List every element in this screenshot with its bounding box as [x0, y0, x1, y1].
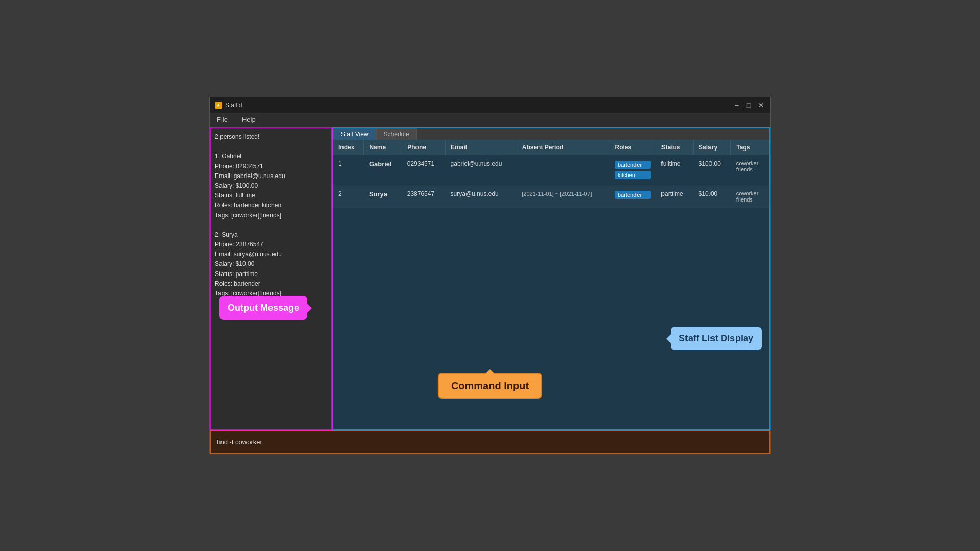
row2-name: Surya	[364, 185, 402, 208]
row2-salary: $10.00	[694, 185, 731, 208]
person-1-status: Status: fulltime	[215, 191, 327, 201]
role-badge-bartender2: bartender	[615, 191, 651, 199]
maximize-button[interactable]: □	[745, 101, 753, 109]
title-bar: ★ Staff'd − □ ✕	[210, 97, 770, 113]
row2-index: 2	[333, 185, 364, 208]
close-button[interactable]: ✕	[757, 101, 765, 109]
menu-bar: File Help	[210, 113, 770, 127]
command-area	[210, 430, 770, 454]
tab-staff-view[interactable]: Staff View	[333, 128, 376, 140]
minimize-button[interactable]: −	[732, 101, 741, 109]
person-2-phone: Phone: 23876547	[215, 240, 327, 249]
col-status: Status	[656, 140, 693, 155]
role-badge-bartender: bartender	[615, 161, 651, 169]
person-2-index: 2. Surya	[215, 230, 327, 240]
person-1-index: 1. Gabriel	[215, 152, 327, 161]
staff-list-callout: Staff List Display	[671, 327, 762, 350]
table-header-row: Index Name Phone Email Absent Period Rol…	[333, 140, 769, 155]
staff-table: Index Name Phone Email Absent Period Rol…	[333, 140, 769, 429]
person-2-roles: Roles: bartender	[215, 279, 327, 289]
tab-schedule[interactable]: Schedule	[376, 128, 417, 140]
col-phone: Phone	[402, 140, 446, 155]
staff-list-panel: Staff View Schedule Index Name Phone	[332, 127, 770, 430]
tag2-coworker: coworker	[736, 190, 764, 196]
row1-index: 1	[333, 155, 364, 185]
row1-tags: coworker friends	[731, 155, 769, 185]
col-salary: Salary	[694, 140, 731, 155]
person-1-email: Email: gabriel@u.nus.edu	[215, 171, 327, 181]
row2-phone: 23876547	[402, 185, 446, 208]
output-summary: 2 persons listed!	[215, 132, 327, 142]
person-2-status: Status: parttime	[215, 269, 327, 279]
app-icon: ★	[215, 102, 222, 109]
row2-tags: coworker friends	[731, 185, 769, 208]
output-panel: 2 persons listed! 1. Gabriel Phone: 0293…	[210, 127, 332, 430]
row2-absent: [2021-11-01] ~ [2021-11-07]	[517, 185, 609, 208]
tag2-friends: friends	[736, 196, 764, 203]
person-1-phone: Phone: 02934571	[215, 162, 327, 171]
col-name: Name	[364, 140, 402, 155]
table-row: 2 Surya 23876547 surya@u.nus.edu [2021-1…	[333, 185, 769, 208]
window-title: Staff'd	[225, 102, 242, 109]
output-message-callout: Output Message	[219, 296, 307, 320]
tab-bar: Staff View Schedule	[333, 128, 769, 140]
row1-name: Gabriel	[364, 155, 402, 185]
person-2-salary: Salary: $10.00	[215, 259, 327, 269]
row2-roles: bartender	[609, 185, 656, 208]
col-roles: Roles	[609, 140, 656, 155]
command-input[interactable]	[211, 431, 769, 453]
person-1-salary: Salary: $100.00	[215, 181, 327, 191]
role-badge-kitchen: kitchen	[615, 171, 651, 179]
row1-roles: bartender kitchen	[609, 155, 656, 185]
tag-coworker: coworker	[736, 160, 764, 166]
main-window: ★ Staff'd − □ ✕ File Help 2 persons list	[209, 97, 771, 454]
row1-absent	[517, 155, 609, 185]
title-bar-controls: − □ ✕	[732, 101, 765, 109]
table-row: 1 Gabriel 02934571 gabriel@u.nus.edu bar…	[333, 155, 769, 185]
menu-help[interactable]: Help	[239, 115, 259, 124]
row1-salary: $100.00	[694, 155, 731, 185]
col-email: Email	[446, 140, 517, 155]
col-absent: Absent Period	[517, 140, 609, 155]
title-bar-left: ★ Staff'd	[215, 102, 242, 109]
tag-friends: friends	[736, 166, 764, 172]
person-2-email: Email: surya@u.nus.edu	[215, 249, 327, 259]
row1-email: gabriel@u.nus.edu	[446, 155, 517, 185]
row1-phone: 02934571	[402, 155, 446, 185]
person-1-roles: Roles: bartender kitchen	[215, 201, 327, 210]
command-input-callout: Command Input	[438, 373, 542, 399]
person-1-tags: Tags: [coworker][friends]	[215, 211, 327, 220]
row2-email: surya@u.nus.edu	[446, 185, 517, 208]
menu-file[interactable]: File	[214, 115, 231, 124]
row2-status: parttime	[656, 185, 693, 208]
col-index: Index	[333, 140, 364, 155]
col-tags: Tags	[731, 140, 769, 155]
row1-status: fulltime	[656, 155, 693, 185]
